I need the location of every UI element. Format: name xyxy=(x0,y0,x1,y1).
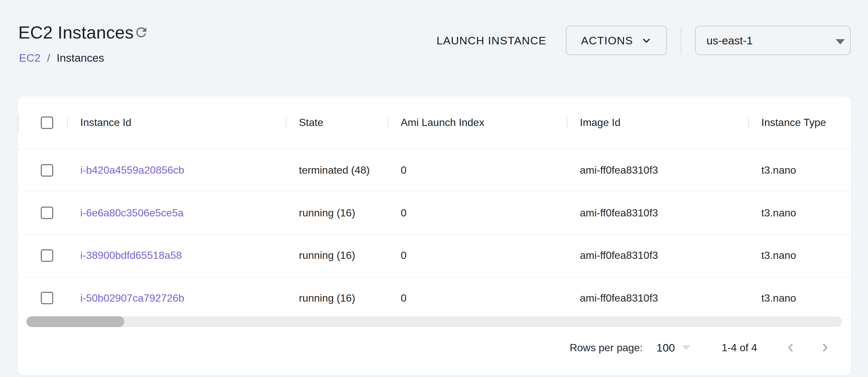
column-header-instance-id[interactable]: Instance Id xyxy=(67,117,286,129)
refresh-button[interactable] xyxy=(133,24,150,40)
region-select[interactable]: us-east-1 xyxy=(695,26,851,55)
cell-instance-id: i-38900bdfd65518a58 xyxy=(67,249,286,261)
table-row: i-50b02907ca792726b running (16) 0 ami-f… xyxy=(18,277,851,320)
cell-state: running (16) xyxy=(286,249,388,261)
cell-instance-id: i-6e6a80c3506e5ce5a xyxy=(67,207,286,219)
page-title: EC2 Instances xyxy=(18,22,134,42)
row-checkbox[interactable] xyxy=(41,249,53,262)
row-checkbox-cell xyxy=(18,207,67,219)
instance-id-link[interactable]: i-50b02907ca792726b xyxy=(80,292,184,304)
header-checkbox-cell xyxy=(18,96,67,149)
cell-state: running (16) xyxy=(286,292,388,304)
column-header-ami-launch-index[interactable]: Ami Launch Index xyxy=(388,117,567,129)
cell-ami-launch-index: 0 xyxy=(388,164,567,176)
breadcrumb-separator: / xyxy=(47,52,50,64)
cell-image-id: ami-ff0fea8310f3 xyxy=(567,249,748,261)
cell-state: running (16) xyxy=(286,207,388,219)
cell-ami-launch-index: 0 xyxy=(388,207,567,219)
horizontal-scrollbar-track[interactable] xyxy=(26,316,842,327)
next-page-button[interactable] xyxy=(817,340,833,355)
pagination-range: 1-4 of 4 xyxy=(721,342,757,354)
cell-ami-launch-index: 0 xyxy=(388,292,567,304)
cell-instance-type: t3.nano xyxy=(748,292,851,304)
header-controls: LAUNCH INSTANCE ACTIONS us-east-1 xyxy=(437,26,851,56)
triangle-down-icon xyxy=(682,345,690,350)
column-header-image-id[interactable]: Image Id xyxy=(567,117,748,129)
cell-image-id: ami-ff0fea8310f3 xyxy=(567,207,748,219)
cell-instance-id: i-50b02907ca792726b xyxy=(67,292,286,304)
row-checkbox[interactable] xyxy=(41,207,53,219)
select-all-checkbox[interactable] xyxy=(41,117,53,129)
row-checkbox-cell xyxy=(18,249,67,262)
actions-dropdown-button[interactable]: ACTIONS xyxy=(566,26,667,55)
instance-id-link[interactable]: i-6e6a80c3506e5ce5a xyxy=(80,207,184,219)
region-select-value: us-east-1 xyxy=(707,34,753,47)
row-checkbox-cell xyxy=(18,164,67,177)
toolbar-divider xyxy=(681,27,681,54)
cell-image-id: ami-ff0fea8310f3 xyxy=(567,164,748,176)
launch-instance-button[interactable]: LAUNCH INSTANCE xyxy=(437,34,547,47)
breadcrumb: EC2 / Instances xyxy=(19,52,104,64)
column-header-state[interactable]: State xyxy=(286,117,388,129)
pagination: Rows per page: 100 1-4 of 4 xyxy=(570,332,833,363)
header-divider xyxy=(0,83,868,83)
chevron-right-icon xyxy=(819,342,831,353)
table-row: i-38900bdfd65518a58 running (16) 0 ami-f… xyxy=(18,234,851,277)
row-checkbox[interactable] xyxy=(41,164,53,177)
previous-page-button[interactable] xyxy=(783,340,799,355)
horizontal-scrollbar-thumb[interactable] xyxy=(26,316,124,327)
chevron-left-icon xyxy=(785,342,797,353)
instance-id-link[interactable]: i-38900bdfd65518a58 xyxy=(80,249,182,261)
rows-per-page-label: Rows per page: xyxy=(570,342,643,354)
rows-per-page-select[interactable]: 100 xyxy=(656,341,691,354)
cell-instance-id: i-b420a4559a20856cb xyxy=(67,164,286,176)
chevron-down-icon xyxy=(641,35,652,46)
cell-instance-type: t3.nano xyxy=(748,207,851,219)
refresh-icon xyxy=(134,25,149,40)
breadcrumb-link-ec2[interactable]: EC2 xyxy=(19,52,40,64)
cell-image-id: ami-ff0fea8310f3 xyxy=(567,292,748,304)
instance-id-link[interactable]: i-b420a4559a20856cb xyxy=(80,164,184,176)
rows-per-page-value: 100 xyxy=(656,341,675,354)
table-row: i-b420a4559a20856cb terminated (48) 0 am… xyxy=(18,149,851,192)
cell-ami-launch-index: 0 xyxy=(388,249,567,261)
instances-table-card: Instance Id State Ami Launch Index Image… xyxy=(18,96,851,375)
table-header-row: Instance Id State Ami Launch Index Image… xyxy=(18,96,851,149)
cell-instance-type: t3.nano xyxy=(748,164,851,176)
triangle-down-icon xyxy=(836,39,845,44)
cell-state: terminated (48) xyxy=(286,164,388,176)
row-checkbox[interactable] xyxy=(41,292,53,304)
table-row: i-6e6a80c3506e5ce5a running (16) 0 ami-f… xyxy=(18,192,851,235)
cell-instance-type: t3.nano xyxy=(748,249,851,261)
actions-button-label: ACTIONS xyxy=(581,34,633,47)
breadcrumb-current: Instances xyxy=(57,52,104,64)
row-checkbox-cell xyxy=(18,292,67,304)
column-header-instance-type[interactable]: Instance Type xyxy=(748,117,851,129)
